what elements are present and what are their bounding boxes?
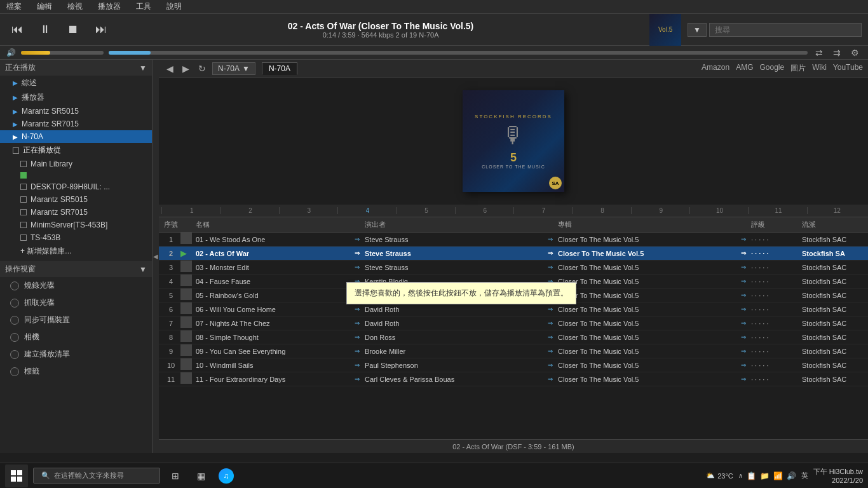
taskbar-app-icon[interactable]: ♫ <box>216 466 236 486</box>
weather-area[interactable]: ⛅ 23°C <box>706 471 733 480</box>
ops-rip-disc[interactable]: 抓取光碟 <box>0 294 152 311</box>
repeat2-button[interactable]: ⇉ <box>831 48 843 58</box>
col-header-genre[interactable]: 流派 <box>802 220 865 229</box>
dropdown-button[interactable]: ▼ <box>688 23 707 37</box>
menu-help[interactable]: 說明 <box>164 0 184 13</box>
sidebar-item-now-playing-from[interactable]: 正在播放從 <box>0 143 152 158</box>
track-rating: · · · · · <box>751 250 802 257</box>
tab-n70a[interactable]: N-70A <box>262 62 297 75</box>
sidebar-item-marantz7015-sub[interactable]: Marantz SR7015 <box>0 206 152 219</box>
datetime-display: 下午 Hi3Club.tw 2022/1/20 <box>813 467 863 484</box>
sidebar-item-marantz5015[interactable]: ▶ Marantz SR5015 <box>0 105 152 118</box>
status-bar: 02 - Acts Of War (DSF - 3:59 - 161 MB) <box>159 439 868 453</box>
menu-edit[interactable]: 編輯 <box>34 0 55 13</box>
nav-link-google[interactable]: Google <box>759 63 784 74</box>
ops-sync-device[interactable]: 同步可攜裝置 <box>0 311 152 329</box>
sidebar-item-add-library[interactable]: + 新增媒體庫... <box>0 244 152 259</box>
search-input[interactable] <box>709 23 862 37</box>
sidebar-item-ts453b[interactable]: TS-453B <box>0 231 152 244</box>
now-playing-header[interactable]: 正在播放 ▼ <box>0 60 152 76</box>
track-rating: · · · · · <box>751 334 802 341</box>
ops-label: 操作視窗 <box>5 264 36 274</box>
taskbar-widget-button[interactable]: ▦ <box>191 466 211 486</box>
track-title: 10 - Windmill Sails <box>196 362 355 369</box>
track-artist: Brooke Miller <box>365 348 548 355</box>
seek-track[interactable] <box>109 51 808 55</box>
volume-sys-icon[interactable]: 🔊 <box>787 471 796 480</box>
temperature: 23°C <box>717 472 733 480</box>
nav-link-images[interactable]: 圖片 <box>790 63 806 74</box>
wifi-icon[interactable]: 📶 <box>773 471 783 480</box>
search-icon: 🔍 <box>41 471 50 480</box>
ops-tags[interactable]: 標籤 <box>0 363 152 380</box>
folder-icon[interactable]: 📁 <box>760 471 770 480</box>
nav-refresh-button[interactable]: ↻ <box>196 62 208 75</box>
col-header-title[interactable]: 名稱 <box>196 220 355 229</box>
sidebar-item-minimserver[interactable]: MinimServer[TS-453B] <box>0 219 152 231</box>
track-album: Closer To The Music Vol.5 <box>558 362 741 369</box>
nav-link-amg[interactable]: AMG <box>736 63 753 74</box>
ruler-3: 3 <box>279 207 337 214</box>
table-row[interactable]: 8 08 - Simple Thought ⇒ Don Ross ⇒ Close… <box>159 330 868 344</box>
track-arrow2: ⇒ <box>548 334 558 341</box>
nav-link-amazon[interactable]: Amazon <box>702 63 729 74</box>
track-thumb <box>180 233 196 246</box>
sidebar-item-summary[interactable]: ▶ 綜述 <box>0 76 152 90</box>
track-arrow3: ⇒ <box>741 348 751 355</box>
menu-tools[interactable]: 工具 <box>133 0 154 13</box>
taskbar-right-area: ⛅ 23°C ∧ 📋 📁 📶 🔊 英 下午 Hi3Club.tw 2022/1/… <box>706 467 863 484</box>
sidebar-item-n70a[interactable]: ▶ N-70A <box>0 130 152 143</box>
play-icon-player: ▶ <box>13 94 18 101</box>
menu-player[interactable]: 播放器 <box>95 0 123 13</box>
table-row[interactable]: 9 09 - You Can See Everything ⇒ Brooke M… <box>159 344 868 358</box>
table-row[interactable]: 10 10 - Windmill Sails ⇒ Paul Stephenson… <box>159 358 868 372</box>
sidebar-item-main-library[interactable]: Main Library <box>0 158 152 170</box>
up-arrow-icon[interactable]: ∧ <box>738 472 743 479</box>
nav-link-youtube[interactable]: YouTube <box>833 63 863 74</box>
ops-section-header[interactable]: 操作視窗 ▼ <box>0 261 152 277</box>
sidebar-item-green-sq[interactable] <box>0 170 152 180</box>
nav-back-button[interactable]: ◀ <box>164 62 176 75</box>
settings-button[interactable]: ⚙ <box>848 48 862 58</box>
sq-icon-minimserver <box>20 222 27 228</box>
ops-burn-disc[interactable]: 燒錄光碟 <box>0 277 152 294</box>
sidebar-label-minimserver: MinimServer[TS-453B] <box>31 220 107 229</box>
sidebar-item-marantz5015-sub[interactable]: Marantz SR5015 <box>0 193 152 206</box>
volume-fill <box>21 51 50 55</box>
menu-view[interactable]: 檢視 <box>65 0 85 13</box>
nav-link-wiki[interactable]: Wiki <box>812 63 827 74</box>
table-row[interactable]: 6 06 - Will You Come Home ⇒ David Roth ⇒… <box>159 302 868 316</box>
location-dropdown[interactable]: N-70A ▼ <box>212 62 255 75</box>
table-row[interactable]: 1 01 - We Stood As One ⇒ Steve Strauss ⇒… <box>159 233 868 247</box>
table-row[interactable]: 2 ▶ 02 - Acts Of War ⇒ Steve Strauss ⇒ C… <box>159 247 868 261</box>
repeat-button[interactable]: ⇄ <box>813 48 825 58</box>
sidebar-collapse-handle[interactable]: ◀ <box>153 60 159 453</box>
next-button[interactable]: ⏭ <box>90 20 112 39</box>
language-indicator[interactable]: 英 <box>801 471 808 480</box>
menu-file[interactable]: 檔案 <box>4 0 24 13</box>
table-row[interactable]: 7 07 - Nights At The Chez ⇒ David Roth ⇒… <box>159 316 868 330</box>
track-thumb: ▶ <box>180 249 196 258</box>
prev-button[interactable]: ⏮ <box>6 20 28 39</box>
col-header-artist[interactable]: 演出者 <box>365 220 548 229</box>
taskbar-search-box[interactable]: 🔍 在這裡輸入文字來搜尋 <box>33 468 160 484</box>
windows-start-button[interactable] <box>5 464 28 487</box>
track-thumb <box>180 302 196 316</box>
sidebar-item-marantz7015[interactable]: ▶ Marantz SR7015 <box>0 118 152 130</box>
sq-icon-desktop <box>20 184 27 190</box>
ops-camera[interactable]: 相機 <box>0 329 152 346</box>
track-arrow1: ⇒ <box>355 250 365 257</box>
stop-button[interactable]: ⏹ <box>62 20 84 39</box>
play-pause-button[interactable]: ⏸ <box>34 20 56 39</box>
taskbar-notification-icon[interactable]: 📋 <box>747 471 756 480</box>
table-row[interactable]: 3 03 - Monster Edit ⇒ Steve Strauss ⇒ Cl… <box>159 261 868 274</box>
col-header-rating[interactable]: 評級 <box>751 220 802 229</box>
ops-create-playlist[interactable]: 建立播放清單 <box>0 346 152 363</box>
nav-forward-button[interactable]: ▶ <box>180 62 192 75</box>
table-row[interactable]: 11 11 - Four Extraordinary Days ⇒ Carl C… <box>159 372 868 386</box>
volume-track[interactable] <box>21 51 104 55</box>
sidebar-item-player[interactable]: ▶ 播放器 <box>0 90 152 105</box>
col-header-album[interactable]: 專輯 <box>558 220 741 229</box>
taskbar-task-view-button[interactable]: ⊞ <box>165 466 186 486</box>
sidebar-item-desktop[interactable]: DESKTOP-89H8UIL: ... <box>0 180 152 193</box>
